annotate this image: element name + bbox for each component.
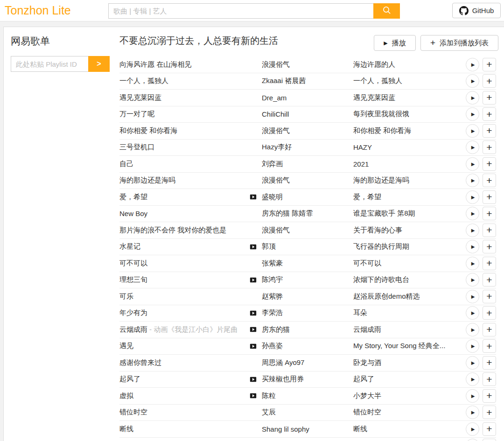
play-song-button[interactable]: ▶	[466, 207, 479, 220]
mv-icon[interactable]	[249, 309, 257, 317]
play-song-button[interactable]: ▶	[466, 124, 479, 138]
github-button[interactable]: GitHub	[452, 3, 501, 18]
mv-icon[interactable]	[249, 243, 257, 251]
song-title: 可乐	[119, 292, 249, 301]
song-title: 遇见	[119, 342, 249, 350]
chevron-right-icon: >	[97, 60, 101, 68]
song-row: 一个人，孤独人Zkaaai 褚晨茜一个人，孤独人▶+	[119, 73, 496, 90]
song-title: 起风了	[119, 375, 249, 384]
add-song-button[interactable]: +	[483, 174, 496, 187]
song-artist: Shang lil sophy	[262, 425, 353, 433]
song-album: 关于看海的心事	[353, 226, 466, 235]
add-song-button[interactable]: +	[483, 422, 496, 436]
song-row: 海的那边还是海吗浪漫俗气海的那边还是海吗▶+	[119, 173, 496, 189]
song-artist: Zkaaai 褚晨茜	[262, 77, 353, 85]
mv-icon[interactable]	[249, 276, 257, 284]
play-song-button[interactable]: ▶	[466, 224, 479, 237]
search-input[interactable]	[108, 3, 373, 19]
play-song-button[interactable]: ▶	[466, 58, 479, 71]
mv-icon[interactable]	[249, 392, 257, 399]
song-title: 错位时空	[119, 408, 249, 417]
song-row: 可不可以张紫豪可不可以▶+	[119, 255, 496, 272]
add-song-button[interactable]: +	[483, 372, 496, 386]
play-song-button[interactable]: ▶	[466, 290, 479, 303]
song-list: 向海风许愿 在山海相见浪漫俗气海边许愿的人▶+一个人，孤独人Zkaaai 褚晨茜…	[119, 56, 496, 441]
add-song-button[interactable]: +	[483, 124, 496, 138]
song-album: 小梦大半	[353, 392, 466, 400]
add-song-button[interactable]: +	[483, 356, 496, 370]
play-song-button[interactable]: ▶	[466, 439, 479, 441]
add-song-button[interactable]: +	[483, 439, 496, 441]
add-song-button[interactable]: +	[483, 323, 496, 336]
add-song-button[interactable]: +	[483, 91, 496, 105]
add-song-button[interactable]: +	[483, 190, 496, 204]
play-song-button[interactable]: ▶	[466, 74, 479, 88]
playlist-id-input[interactable]	[11, 56, 88, 72]
mv-icon[interactable]	[249, 193, 257, 201]
search-button[interactable]	[373, 3, 400, 19]
play-song-button[interactable]: ▶	[466, 339, 479, 353]
play-song-button[interactable]: ▶	[466, 273, 479, 287]
song-artist: 浪漫俗气	[262, 176, 353, 185]
play-song-button[interactable]: ▶	[466, 389, 479, 403]
add-song-button[interactable]: +	[483, 273, 496, 287]
play-song-button[interactable]: ▶	[466, 190, 479, 204]
song-artist: 陈鸿宇	[262, 275, 353, 284]
add-song-button[interactable]: +	[483, 224, 496, 237]
play-song-button[interactable]: ▶	[466, 306, 479, 320]
github-icon	[459, 6, 469, 15]
song-title: 爱，希望	[119, 193, 249, 202]
play-playlist-button[interactable]: ▶ 播放	[374, 35, 416, 51]
play-icon: ▶	[471, 161, 475, 167]
song-row: 起风了买辣椒也用券起风了▶+	[119, 371, 496, 388]
song-title: 自己	[119, 160, 249, 168]
song-album: 可不可以	[353, 259, 466, 268]
play-icon: ▶	[471, 393, 475, 399]
play-song-button[interactable]: ▶	[466, 240, 479, 253]
play-icon: ▶	[471, 128, 475, 133]
play-song-button[interactable]: ▶	[466, 372, 479, 386]
playlist-id-submit-button[interactable]: >	[88, 56, 110, 72]
add-song-button[interactable]: +	[483, 207, 496, 220]
song-album: HAZY	[353, 143, 466, 151]
song-row: 水星记郭顶飞行器的执行周期▶+	[119, 239, 496, 256]
play-song-button[interactable]: ▶	[466, 157, 479, 171]
add-song-button[interactable]: +	[483, 339, 496, 353]
song-album: 2021	[353, 160, 466, 168]
add-song-button[interactable]: +	[483, 290, 496, 303]
song-album: 海边许愿的人	[353, 60, 466, 69]
add-song-button[interactable]: +	[483, 389, 496, 403]
song-artist: 郭顶	[262, 242, 353, 251]
song-row: 遇见孙燕姿My Story, Your Song 经典全...▶+	[119, 338, 496, 355]
play-song-button[interactable]: ▶	[466, 257, 479, 270]
add-song-button[interactable]: +	[483, 74, 496, 88]
play-icon: ▶	[471, 377, 475, 382]
add-song-button[interactable]: +	[483, 157, 496, 171]
play-icon: ▶	[384, 40, 387, 46]
add-playlist-button[interactable]: + 添加到播放列表	[420, 35, 498, 51]
play-song-button[interactable]: ▶	[466, 91, 479, 105]
play-song-button[interactable]: ▶	[466, 422, 479, 436]
song-album: 错位时空	[353, 408, 466, 417]
mv-icon[interactable]	[249, 376, 257, 383]
song-title: 向海风许愿 在山海相见	[119, 60, 249, 69]
add-song-button[interactable]: +	[483, 306, 496, 320]
add-song-button[interactable]: +	[483, 58, 496, 71]
play-song-button[interactable]: ▶	[466, 356, 479, 370]
mv-icon[interactable]	[249, 343, 257, 350]
add-song-button[interactable]: +	[483, 107, 496, 121]
add-song-button[interactable]: +	[483, 257, 496, 270]
add-song-button[interactable]: +	[483, 406, 496, 419]
add-song-button[interactable]: +	[483, 240, 496, 253]
app-logo[interactable]: Tonzhon Lite	[5, 0, 71, 21]
play-song-button[interactable]: ▶	[466, 323, 479, 336]
play-song-button[interactable]: ▶	[466, 107, 479, 121]
play-song-button[interactable]: ▶	[466, 406, 479, 419]
play-song-button[interactable]: ▶	[466, 140, 479, 154]
play-song-button[interactable]: ▶	[466, 174, 479, 187]
mv-icon[interactable]	[249, 326, 257, 333]
play-icon: ▶	[471, 294, 475, 299]
song-artist: 孙燕姿	[262, 342, 353, 350]
play-icon: ▶	[471, 244, 475, 249]
add-song-button[interactable]: +	[483, 140, 496, 154]
